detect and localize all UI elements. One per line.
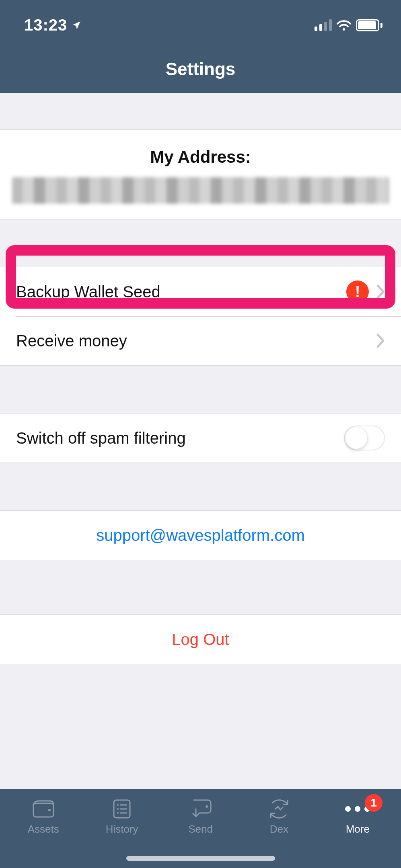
navigation-bar: 13:23 Settings bbox=[0, 0, 401, 93]
receive-money-row[interactable]: Receive money bbox=[0, 316, 401, 365]
spam-filter-row: Switch off spam filtering bbox=[0, 414, 401, 463]
tab-dex-label: Dex bbox=[270, 823, 288, 835]
chevron-right-icon bbox=[376, 333, 385, 348]
wifi-icon bbox=[337, 20, 351, 31]
backup-wallet-seed-label: Backup Wallet Seed bbox=[16, 283, 341, 301]
svg-point-10 bbox=[206, 805, 208, 808]
spam-filter-label: Switch off spam filtering bbox=[16, 429, 344, 447]
settings-content: My Address: Backup Wallet Seed ! Receive… bbox=[0, 93, 401, 789]
alert-icon: ! bbox=[346, 280, 369, 303]
support-group: support@wavesplatform.com bbox=[0, 510, 401, 560]
status-time: 13:23 bbox=[24, 16, 67, 34]
my-address-card[interactable]: My Address: bbox=[0, 129, 401, 219]
logout-row[interactable]: Log Out bbox=[0, 615, 401, 664]
tab-more-badge: 1 bbox=[365, 794, 382, 812]
svg-point-2 bbox=[48, 809, 51, 811]
wallet-actions-group: Backup Wallet Seed ! Receive money bbox=[0, 267, 401, 366]
svg-point-0 bbox=[343, 28, 345, 31]
dex-icon bbox=[267, 799, 292, 819]
svg-point-4 bbox=[117, 804, 119, 806]
tab-bar: Assets History Send bbox=[0, 789, 401, 868]
my-address-value-blurred bbox=[12, 177, 389, 204]
spam-filter-toggle[interactable] bbox=[344, 426, 385, 450]
wallet-icon bbox=[31, 799, 56, 819]
support-email-link[interactable]: support@wavesplatform.com bbox=[96, 526, 305, 545]
tab-send-label: Send bbox=[188, 823, 213, 835]
send-icon bbox=[188, 799, 213, 819]
my-address-label: My Address: bbox=[12, 147, 389, 167]
chevron-right-icon bbox=[376, 284, 385, 299]
location-icon bbox=[71, 20, 82, 31]
svg-point-8 bbox=[117, 812, 119, 814]
status-bar: 13:23 bbox=[0, 0, 401, 34]
support-email-row[interactable]: support@wavesplatform.com bbox=[0, 511, 401, 560]
tab-more-label: More bbox=[346, 823, 370, 835]
logout-label[interactable]: Log Out bbox=[172, 631, 229, 649]
home-indicator[interactable] bbox=[126, 856, 275, 861]
logout-group: Log Out bbox=[0, 614, 401, 664]
tab-assets-label: Assets bbox=[28, 823, 59, 835]
tab-assets[interactable]: Assets bbox=[4, 799, 82, 868]
battery-icon bbox=[356, 19, 382, 31]
tab-history-label: History bbox=[106, 823, 138, 835]
backup-wallet-seed-row[interactable]: Backup Wallet Seed ! bbox=[0, 267, 401, 316]
cellular-signal-icon bbox=[315, 20, 332, 31]
list-icon bbox=[109, 799, 134, 819]
status-right bbox=[315, 19, 382, 31]
tab-more[interactable]: More 1 bbox=[319, 799, 397, 868]
svg-point-6 bbox=[117, 808, 119, 810]
receive-money-label: Receive money bbox=[16, 332, 369, 350]
page-title: Settings bbox=[0, 59, 401, 79]
spam-filter-group: Switch off spam filtering bbox=[0, 413, 401, 463]
status-left: 13:23 bbox=[24, 16, 82, 34]
